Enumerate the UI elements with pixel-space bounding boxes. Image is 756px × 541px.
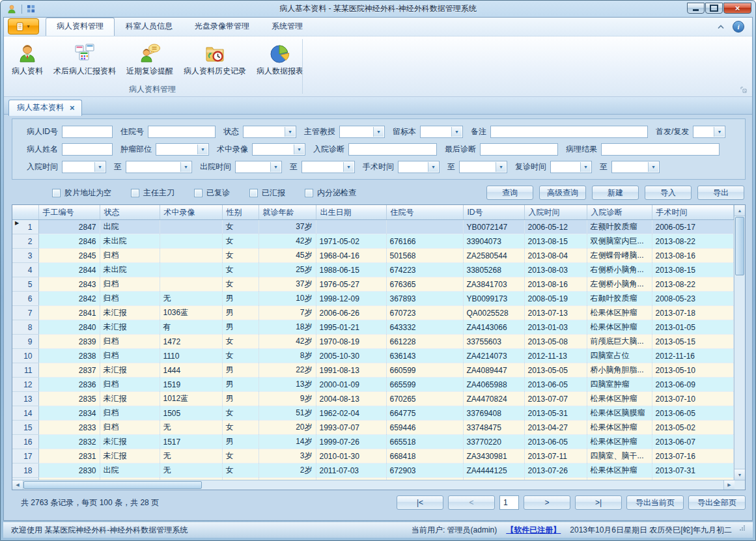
cell-surgery-date[interactable]: 2013-07-16	[652, 449, 734, 464]
cell-gender[interactable]: 女	[222, 249, 259, 263]
cell-birth-date[interactable]: 1998-12-09	[316, 292, 386, 306]
tab-close-icon[interactable]: ×	[70, 105, 75, 111]
dropdown-arrow-icon[interactable]: ▼	[197, 145, 208, 154]
column-header-birth-date[interactable]: 出生日期	[316, 205, 386, 220]
filter-select-admission-date-from[interactable]: ▼	[62, 161, 106, 173]
cell-surgery-video[interactable]: 无	[160, 292, 222, 306]
column-header-manual-no[interactable]: 手工编号	[38, 205, 100, 220]
cell-age-at-visit[interactable]: 13岁	[259, 378, 316, 392]
cell-admission-no[interactable]: 674223	[386, 263, 463, 277]
scroll-up-icon[interactable]: ▲	[735, 205, 745, 216]
dropdown-arrow-icon[interactable]: ▼	[428, 162, 438, 172]
cell-birth-date[interactable]: 2011-07-03	[316, 464, 386, 478]
dropdown-arrow-icon[interactable]: ▼	[270, 162, 281, 172]
cell-surgery-date[interactable]: 2013-07-10	[652, 392, 734, 406]
table-row[interactable]: 122836归档1519男13岁2000-01-09665599ZA406598…	[12, 378, 734, 392]
row-indicator[interactable]: 18	[12, 464, 38, 478]
cell-age-at-visit[interactable]: 22岁	[259, 363, 316, 378]
cell-id-no[interactable]: ZA4089447	[463, 363, 524, 378]
cell-age-at-visit[interactable]: 20岁	[259, 421, 316, 435]
info-icon[interactable]: i	[733, 21, 744, 33]
cell-admission-date[interactable]: 2006-05-12	[524, 220, 587, 234]
cell-birth-date[interactable]: 2005-10-30	[316, 349, 386, 363]
dialog-launcher-icon[interactable]	[740, 86, 747, 95]
row-indicator[interactable]: 1▶	[12, 220, 38, 234]
cell-age-at-visit[interactable]: 9岁	[259, 392, 316, 406]
table-row[interactable]: 162832未汇报1517男14岁1999-07-266655183377022…	[12, 435, 734, 449]
cell-status[interactable]: 未汇报	[100, 435, 160, 449]
cell-status[interactable]: 归档	[100, 249, 160, 263]
cell-age-at-visit[interactable]: 42岁	[259, 234, 316, 249]
column-header-admission-no[interactable]: 住院号	[386, 205, 463, 220]
filter-select-first-or-relapse[interactable]: ▼	[693, 126, 725, 138]
cell-surgery-video[interactable]: 1444	[160, 363, 222, 378]
column-header-gender[interactable]: 性别	[222, 205, 259, 220]
cell-admission-no[interactable]: 367893	[386, 292, 463, 306]
cell-surgery-date[interactable]: 2013-06-09	[652, 378, 734, 392]
cell-gender[interactable]: 女	[222, 263, 259, 277]
cell-admission-date[interactable]: 2013-05-31	[524, 406, 587, 421]
ribbon-button-revisit-reminder[interactable]: 近期复诊提醒	[121, 39, 178, 78]
cell-birth-date[interactable]: 1968-04-16	[316, 249, 386, 263]
cell-admission-diagnosis[interactable]: 四脑室占位	[587, 349, 652, 363]
cell-age-at-visit[interactable]: 2岁	[259, 464, 316, 478]
minimize-button[interactable]	[687, 3, 705, 14]
row-indicator[interactable]: 19	[12, 478, 38, 480]
cell-admission-date[interactable]: 2008-05-19	[524, 292, 587, 306]
cell-surgery-video[interactable]: 1012蓝	[160, 392, 222, 406]
dropdown-arrow-icon[interactable]: ▼	[580, 162, 591, 172]
filter-select-surgery-date-from[interactable]: ▼	[398, 161, 440, 173]
cell-surgery-date[interactable]: 2013-08-22	[652, 234, 734, 249]
cell-id-no[interactable]: ZA3841703	[463, 277, 524, 292]
cell-age-at-visit[interactable]: 25岁	[259, 263, 316, 277]
cell-surgery-date[interactable]: 2013-06-07	[652, 435, 734, 449]
cell-admission-no[interactable]: 670265	[386, 392, 463, 406]
cell-id-no[interactable]: YB0072147	[463, 220, 524, 234]
filter-input-pathology-result[interactable]	[601, 143, 720, 156]
cell-admission-no[interactable]: 676365	[386, 277, 463, 292]
table-row[interactable]: 92839归档1472女42岁1970-08-19661228337556032…	[12, 335, 734, 349]
cell-gender[interactable]: 女	[222, 277, 259, 292]
column-header-admission-diagnosis[interactable]: 入院诊断	[587, 205, 652, 220]
cell-admission-diagnosis[interactable]: 右侧桥小脑角...	[587, 263, 652, 277]
table-row[interactable]: 42844未出院女25岁1988-06-15674223338052682013…	[12, 263, 734, 277]
cell-gender[interactable]: 男	[222, 306, 259, 320]
cell-id-no[interactable]: QA0025528	[463, 306, 524, 320]
filter-select-chief-professor[interactable]: ▼	[339, 126, 385, 138]
cell-age-at-visit[interactable]: 10岁	[259, 292, 316, 306]
cell-surgery-date[interactable]: 2013-01-05	[652, 320, 734, 335]
cell-admission-no[interactable]: 670723	[386, 306, 463, 320]
close-button[interactable]: ×	[723, 3, 751, 14]
cell-surgery-video[interactable]	[160, 263, 222, 277]
cell-status[interactable]: 出院	[100, 464, 160, 478]
dropdown-arrow-icon[interactable]: ▼	[294, 145, 304, 154]
cell-age-at-visit[interactable]: 37岁	[259, 220, 316, 234]
cell-gender[interactable]: 男	[222, 320, 259, 335]
cell-status[interactable]: 归档	[100, 335, 160, 349]
cell-id-no[interactable]: YB0099173	[463, 292, 524, 306]
cell-admission-date[interactable]: 2013-07-11	[524, 449, 587, 464]
cell-admission-date[interactable]: 2013-08-03	[524, 263, 587, 277]
ribbon-tab-system-management[interactable]: 系统管理	[260, 18, 314, 36]
cell-surgery-video[interactable]: 无	[160, 449, 222, 464]
table-row[interactable]: 132835未汇报1012蓝男9岁2004-08-13670265ZA44708…	[12, 392, 734, 406]
cell-surgery-date[interactable]: 2013-05-02	[652, 421, 734, 435]
cell-admission-no[interactable]	[386, 220, 463, 234]
cell-gender[interactable]: 女	[222, 335, 259, 349]
cell-birth-date[interactable]: 1988-06-15	[316, 263, 386, 277]
table-row[interactable]: 52843归档女37岁1976-05-27676365ZA38417032013…	[12, 277, 734, 292]
cell-birth-date[interactable]: 1999-07-26	[316, 435, 386, 449]
cell-id-no[interactable]: ZA4444125	[463, 464, 524, 478]
import-button[interactable]: 导入	[645, 186, 692, 200]
export-current-page-button[interactable]: 导出当前页	[626, 495, 684, 510]
scroll-down-icon[interactable]: ▼	[735, 469, 745, 480]
cell-gender[interactable]: 男	[222, 292, 259, 306]
cell-id-no[interactable]: ZA4065988	[463, 378, 524, 392]
cell-gender[interactable]: 男	[222, 363, 259, 378]
dropdown-arrow-icon[interactable]: ▼	[285, 127, 295, 137]
table-row[interactable]: 62842归档无男10岁1998-12-09367893YB0099173200…	[12, 292, 734, 306]
dropdown-arrow-icon[interactable]: ▼	[451, 127, 462, 137]
cell-birth-date[interactable]: 2010-01-30	[316, 449, 386, 464]
cell-admission-no[interactable]: 660599	[386, 363, 463, 378]
table-row[interactable]: 172831未汇报无女3岁2010-01-30668418ZA343098120…	[12, 449, 734, 464]
